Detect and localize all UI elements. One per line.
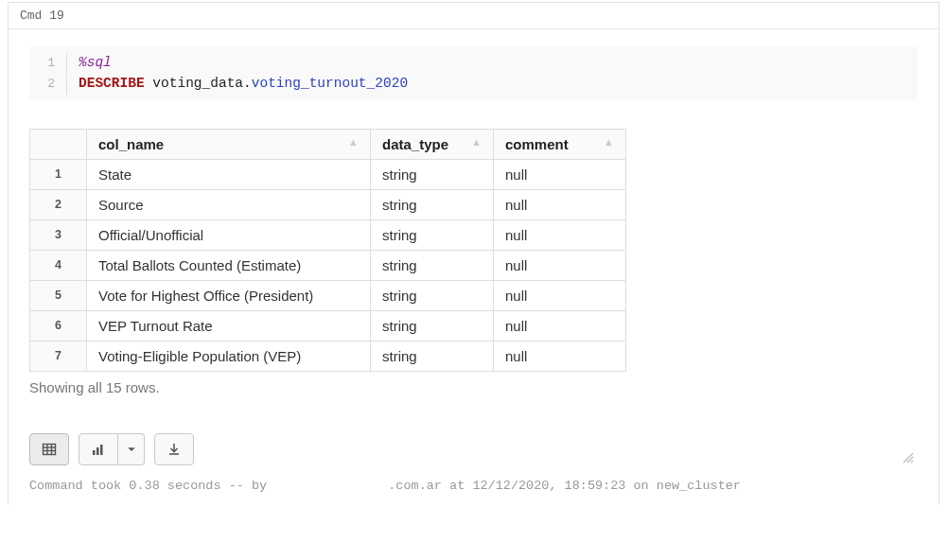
header-label: data_type <box>382 136 448 152</box>
result-toolbar <box>29 433 918 465</box>
download-icon <box>167 442 182 457</box>
line-number: 1 <box>29 54 67 73</box>
meta-prefix: Command took <box>29 479 129 493</box>
table-row[interactable]: 3Official/Unofficialstringnull <box>30 219 626 250</box>
code-editor[interactable]: 1 %sql 2 DESCRIBE voting_data.voting_tur… <box>29 46 918 100</box>
run-metadata: Command took 0.38 seconds -- by .com.ar … <box>29 479 918 493</box>
line-number: 2 <box>29 75 67 94</box>
result-table: col_name ▲ data_type ▲ comment ▲ 1Sta <box>29 129 626 372</box>
cell-comment: null <box>494 310 626 341</box>
meta-by: -- by <box>221 479 275 493</box>
cell-colname: Source <box>87 189 371 219</box>
cell-comment: null <box>494 189 626 219</box>
row-number: 2 <box>30 189 87 219</box>
cell-datatype: string <box>371 219 494 250</box>
cell-datatype: string <box>371 341 494 371</box>
cell-comment: null <box>494 280 626 310</box>
table-view-button[interactable] <box>29 433 69 465</box>
svg-rect-6 <box>96 447 99 455</box>
row-number: 4 <box>30 250 87 280</box>
row-number: 5 <box>30 280 87 310</box>
meta-on: on <box>625 479 656 493</box>
cell-colname: State <box>87 159 371 189</box>
table-row[interactable]: 2Sourcestringnull <box>30 189 626 219</box>
cell-datatype: string <box>371 250 494 280</box>
cell-comment: null <box>494 219 626 250</box>
column-header-colname[interactable]: col_name ▲ <box>87 129 371 159</box>
bar-chart-icon <box>91 442 106 457</box>
row-number: 3 <box>30 219 87 250</box>
cell-comment: null <box>494 159 626 189</box>
cell-datatype: string <box>371 310 494 341</box>
rows-note: Showing all 15 rows. <box>29 379 918 395</box>
table-icon <box>42 442 57 457</box>
table-row[interactable]: 5Vote for Highest Office (President)stri… <box>30 280 626 310</box>
magic-command: %sql <box>79 55 112 70</box>
sql-keyword: DESCRIBE <box>79 76 145 91</box>
schema-name: voting_data. <box>145 76 252 91</box>
row-number-header[interactable] <box>30 129 87 159</box>
chart-button-group <box>79 433 145 465</box>
row-number: 6 <box>30 310 87 341</box>
cell-colname: VEP Turnout Rate <box>87 310 371 341</box>
meta-timestamp: 12/12/2020, 18:59:23 <box>472 479 625 493</box>
row-number: 7 <box>30 341 87 371</box>
cell-header[interactable]: Cmd 19 <box>9 3 938 29</box>
cell-colname: Official/Unofficial <box>87 219 371 250</box>
table-row[interactable]: 6VEP Turnout Ratestringnull <box>30 310 626 341</box>
sort-icon[interactable]: ▲ <box>348 136 359 148</box>
meta-duration: 0.38 seconds <box>129 479 220 493</box>
meta-at: at <box>442 479 472 493</box>
table-row[interactable]: 4Total Ballots Counted (Estimate)stringn… <box>30 250 626 280</box>
row-number: 1 <box>30 159 87 189</box>
cell-comment: null <box>494 250 626 280</box>
sort-icon[interactable]: ▲ <box>471 136 482 148</box>
chart-dropdown-button[interactable] <box>118 433 145 465</box>
svg-rect-0 <box>44 444 56 454</box>
svg-rect-7 <box>100 445 103 455</box>
resize-handle-icon[interactable] <box>901 450 914 467</box>
chart-view-button[interactable] <box>79 433 118 465</box>
cell-comment: null <box>494 341 626 371</box>
table-row[interactable]: 7Voting-Eligible Population (VEP)stringn… <box>30 341 626 371</box>
table-identifier: voting_turnout_2020 <box>252 76 408 91</box>
table-row[interactable]: 1Statestringnull <box>30 159 626 189</box>
command-cell: Cmd 19 1 %sql 2 DESCRIBE voting_data.vot… <box>8 2 939 504</box>
result-area: col_name ▲ data_type ▲ comment ▲ 1Sta <box>29 129 918 395</box>
download-button[interactable] <box>154 433 194 465</box>
cell-datatype: string <box>371 189 494 219</box>
header-label: col_name <box>98 136 164 152</box>
svg-rect-5 <box>93 450 96 455</box>
sort-icon[interactable]: ▲ <box>604 136 614 148</box>
cell-datatype: string <box>371 159 494 189</box>
column-header-comment[interactable]: comment ▲ <box>494 129 626 159</box>
meta-cluster: new_cluster <box>657 479 741 493</box>
header-label: comment <box>505 136 569 152</box>
caret-down-icon <box>127 445 136 454</box>
cell-colname: Voting-Eligible Population (VEP) <box>87 341 371 371</box>
column-header-datatype[interactable]: data_type ▲ <box>371 129 494 159</box>
svg-line-12 <box>911 461 913 463</box>
cell-colname: Total Ballots Counted (Estimate) <box>87 250 371 280</box>
cell-colname: Vote for Highest Office (President) <box>87 280 371 310</box>
meta-user: .com.ar <box>388 479 442 493</box>
cell-datatype: string <box>371 280 494 310</box>
